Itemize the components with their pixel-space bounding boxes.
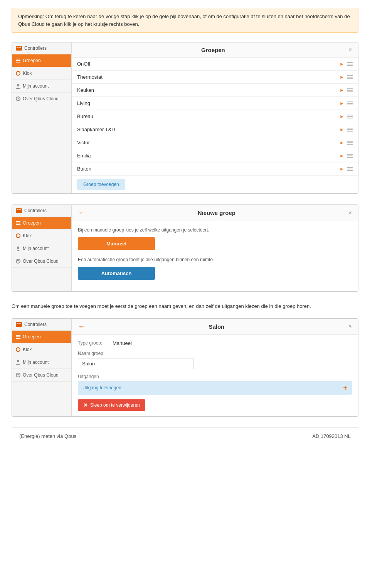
info-icon-3: ? xyxy=(16,373,20,377)
sidebar2-label-klok: Klok xyxy=(23,233,32,238)
sidebar-item-qbus[interactable]: ? Over Qbus Cloud xyxy=(12,93,71,105)
svg-rect-10 xyxy=(19,323,21,324)
drag-handle[interactable] xyxy=(347,154,353,158)
controllers-icon-2 xyxy=(16,208,22,213)
sidebar2-item-controllers[interactable]: Controllers xyxy=(12,205,71,217)
account-icon-3 xyxy=(16,360,20,365)
sidebar3-label-groepen: Groepen xyxy=(23,334,41,340)
group-item-label: Bureau xyxy=(77,113,93,119)
group-list-item[interactable]: Living ► xyxy=(72,97,358,110)
between-text: Om een manuele groep toe te voegen moet … xyxy=(12,302,358,311)
type-groep-row: Type groep: Manueel xyxy=(78,340,352,346)
salon-panel: Controllers Groepen Klok xyxy=(12,318,358,417)
sidebar2-item-account[interactable]: Mijn account xyxy=(12,242,71,255)
naam-groep-input[interactable] xyxy=(78,358,193,369)
sidebar-item-groepen[interactable]: Groepen xyxy=(12,54,71,67)
account-icon-2 xyxy=(16,246,20,251)
add-group-button[interactable]: Groep toevoegen xyxy=(77,179,125,190)
svg-point-11 xyxy=(17,360,19,362)
chevron-right-icon: ► xyxy=(340,127,344,132)
group-list: OnOff ► Thermostat ► Keuken ► Living ► xyxy=(72,57,358,176)
group-item-right: ► xyxy=(340,101,353,106)
panel2-title: Nieuwe groep xyxy=(85,210,348,216)
svg-rect-4 xyxy=(16,208,22,213)
panel1-title: Groepen xyxy=(78,47,348,53)
group-item-label: Living xyxy=(77,100,90,106)
sidebar3-label-qbus: Over Qbus Cloud xyxy=(23,372,59,378)
close-btn-2[interactable]: × xyxy=(348,210,352,216)
group-list-item[interactable]: Slaapkamer T&D ► xyxy=(72,123,358,136)
delete-x-icon: ✕ xyxy=(83,402,88,408)
group-list-item[interactable]: Emilia ► xyxy=(72,149,358,162)
sidebar-item-account[interactable]: Mijn account xyxy=(12,80,71,93)
panel3-title: Salon xyxy=(85,323,348,330)
group-item-label: OnOff xyxy=(77,61,90,67)
back-arrow-3[interactable]: ← xyxy=(78,323,85,331)
sidebar-item-controllers[interactable]: Controllers xyxy=(12,42,71,54)
uitgangen-block: Uitgangen Uitgang toevoegen + xyxy=(78,374,352,395)
svg-rect-6 xyxy=(19,209,21,210)
salon-content: Type groep: Manueel Naam groep Uitgangen… xyxy=(72,335,358,416)
manueel-button[interactable]: Manueel xyxy=(78,237,155,250)
sidebar3-item-klok[interactable]: Klok xyxy=(12,343,71,356)
close-btn-3[interactable]: × xyxy=(348,323,352,330)
svg-rect-2 xyxy=(19,47,21,48)
drag-handle[interactable] xyxy=(347,167,353,171)
svg-rect-9 xyxy=(17,323,18,324)
sidebar3-item-qbus[interactable]: ? Over Qbus Cloud xyxy=(12,369,71,382)
group-item-right: ► xyxy=(340,140,353,145)
drag-handle[interactable] xyxy=(347,128,353,132)
klok-icon-3 xyxy=(16,347,20,352)
sidebar2-label-groepen: Groepen xyxy=(23,220,41,226)
delete-button[interactable]: ✕ Sleep om te verwijderen xyxy=(78,399,145,411)
sidebar3-item-groepen[interactable]: Groepen xyxy=(12,331,71,343)
uitgang-toevoegen-row[interactable]: Uitgang toevoegen + xyxy=(78,381,352,395)
group-item-right: ► xyxy=(340,88,353,93)
sidebar-1: Controllers Groepen Klok xyxy=(12,42,72,193)
sidebar2-item-groepen[interactable]: Groepen xyxy=(12,217,71,230)
group-item-label: Keuken xyxy=(77,87,94,93)
chevron-right-icon: ► xyxy=(340,140,344,145)
drag-handle[interactable] xyxy=(347,101,353,105)
sidebar-item-klok[interactable]: Klok xyxy=(12,67,71,80)
svg-rect-8 xyxy=(16,322,22,327)
note-text: Opmerking: Om terug te keren naar de vor… xyxy=(18,14,350,27)
close-btn-1[interactable]: × xyxy=(348,46,352,53)
group-list-item[interactable]: OnOff ► xyxy=(72,57,358,71)
group-list-item[interactable]: Victor ► xyxy=(72,136,358,149)
sidebar3-item-account[interactable]: Mijn account xyxy=(12,356,71,369)
sidebar3-item-controllers[interactable]: Controllers xyxy=(12,319,71,331)
group-item-right: ► xyxy=(340,74,353,80)
sidebar-2: Controllers Groepen Klok xyxy=(12,205,72,291)
automatisch-button[interactable]: Automatisch xyxy=(78,267,155,280)
sidebar3-label-controllers: Controllers xyxy=(24,322,47,327)
sidebar2-item-klok[interactable]: Klok xyxy=(12,230,71,242)
drag-handle[interactable] xyxy=(347,62,353,66)
groepen-icon-3 xyxy=(16,335,20,339)
drag-handle[interactable] xyxy=(347,75,353,79)
back-arrow-2[interactable]: ← xyxy=(78,209,85,217)
drag-handle[interactable] xyxy=(347,115,353,118)
group-item-label: Emilia xyxy=(77,153,91,159)
naam-groep-label: Naam groep xyxy=(78,351,352,356)
uitgang-plus-button[interactable]: + xyxy=(343,384,347,392)
drag-handle[interactable] xyxy=(347,141,353,145)
sidebar2-item-qbus[interactable]: ? Over Qbus Cloud xyxy=(12,255,71,268)
group-list-item[interactable]: Buiten ► xyxy=(72,162,358,176)
footer-right: AD 17092013 NL xyxy=(312,433,351,439)
info-icon: ? xyxy=(16,96,20,101)
group-list-item[interactable]: Bureau ► xyxy=(72,110,358,123)
group-list-item[interactable]: Keuken ► xyxy=(72,84,358,97)
groepen-icon xyxy=(16,59,20,63)
delete-label: Sleep om te verwijderen xyxy=(90,402,140,408)
panel3-main: ← Salon × Type groep: Manueel Naam groep… xyxy=(72,319,358,416)
svg-point-7 xyxy=(17,247,19,249)
sidebar-label-groepen: Groepen xyxy=(23,58,41,63)
panel1-header: Groepen × xyxy=(72,42,358,57)
chevron-right-icon: ► xyxy=(340,166,344,172)
drag-handle[interactable] xyxy=(347,88,353,92)
sidebar2-label-controllers: Controllers xyxy=(24,208,47,213)
group-list-item[interactable]: Thermostat ► xyxy=(72,71,358,84)
type-groep-label: Type groep: xyxy=(78,340,113,346)
groepen-icon-2 xyxy=(16,221,20,225)
